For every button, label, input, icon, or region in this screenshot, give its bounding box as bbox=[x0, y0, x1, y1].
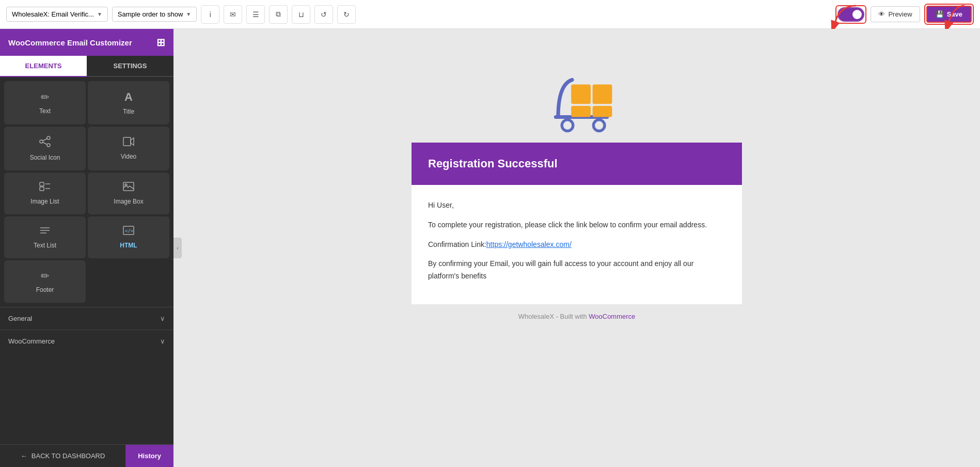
email-body: Hi User, To complete your registration, … bbox=[412, 185, 742, 304]
element-image-box[interactable]: Image Box bbox=[88, 173, 169, 214]
image-box-icon bbox=[123, 182, 134, 194]
element-title-label: Title bbox=[123, 108, 134, 115]
footer-icon: ✏ bbox=[41, 270, 50, 282]
text-icon: ✏ bbox=[41, 91, 50, 103]
back-label: BACK TO DASHBOARD bbox=[31, 452, 105, 460]
email-header: Registration Successful bbox=[412, 143, 742, 185]
text-list-icon bbox=[39, 226, 51, 238]
back-to-dashboard-button[interactable]: ← BACK TO DASHBOARD bbox=[0, 445, 125, 467]
copy-button[interactable]: ⧉ bbox=[269, 5, 288, 24]
element-text-list-label: Text List bbox=[34, 242, 56, 249]
toggle-switch[interactable] bbox=[837, 7, 864, 22]
collapse-handle[interactable]: ‹ bbox=[173, 238, 182, 258]
footer-link[interactable]: WooCommerce bbox=[589, 313, 635, 320]
image-list-icon bbox=[39, 182, 51, 194]
chevron-left-icon: ‹ bbox=[177, 245, 178, 251]
general-section[interactable]: General ∨ bbox=[0, 307, 173, 330]
element-title[interactable]: A Title bbox=[88, 81, 169, 124]
redo-button[interactable]: ↻ bbox=[337, 5, 356, 24]
tab-settings[interactable]: SETTINGS bbox=[87, 56, 173, 76]
canvas-area: ‹ bbox=[173, 29, 980, 467]
element-footer[interactable]: ✏ Footer bbox=[4, 260, 86, 303]
email-button[interactable]: ✉ bbox=[224, 5, 242, 24]
svg-point-20 bbox=[562, 120, 573, 131]
email-greeting: Hi User, bbox=[428, 199, 725, 212]
history-button[interactable]: History bbox=[125, 445, 173, 467]
element-video-label: Video bbox=[121, 153, 136, 160]
info-button[interactable]: i bbox=[201, 5, 219, 24]
confirmation-link[interactable]: https://getwholesalex.com/ bbox=[486, 240, 572, 248]
topbar: WholesaleX: Email Verific... ▼ Sample or… bbox=[0, 0, 980, 29]
chevron-down-icon: ▼ bbox=[97, 11, 102, 17]
html-icon: </> bbox=[123, 226, 134, 238]
copy-icon: ⧉ bbox=[276, 10, 281, 19]
frame-button[interactable]: ⊔ bbox=[292, 5, 310, 24]
arrow-left-icon: ← bbox=[21, 452, 27, 460]
list-icon: ☰ bbox=[252, 10, 259, 19]
app-title: WooCommerce Email Customizer bbox=[8, 38, 132, 47]
email-logo-area bbox=[412, 44, 742, 143]
redo-icon: ↻ bbox=[343, 10, 350, 19]
toggle-border bbox=[835, 5, 866, 24]
email-body2: By confirming your Email, you will gain … bbox=[428, 258, 725, 283]
svg-point-4 bbox=[47, 144, 50, 147]
svg-point-3 bbox=[47, 136, 50, 139]
element-image-list-label: Image List bbox=[30, 198, 59, 205]
history-label: History bbox=[138, 452, 161, 460]
sidebar-header: WooCommerce Email Customizer ⊞ bbox=[0, 29, 173, 56]
chevron-down-icon: ∨ bbox=[160, 337, 165, 345]
info-icon: i bbox=[210, 10, 211, 19]
email-body1: To complete your registration, please cl… bbox=[428, 219, 725, 231]
svg-rect-7 bbox=[123, 137, 131, 146]
element-image-list[interactable]: Image List bbox=[4, 173, 86, 214]
woocommerce-section[interactable]: WooCommerce ∨ bbox=[0, 330, 173, 352]
chevron-down-icon: ∨ bbox=[160, 315, 165, 322]
element-text-list[interactable]: Text List bbox=[4, 216, 86, 258]
email-template-label: WholesaleX: Email Verific... bbox=[12, 10, 94, 18]
element-text[interactable]: ✏ Text bbox=[4, 81, 86, 124]
element-text-label: Text bbox=[39, 107, 51, 115]
element-video[interactable]: Video bbox=[88, 127, 169, 170]
social-icon bbox=[39, 136, 51, 150]
confirmation-label: Confirmation Link: bbox=[428, 240, 486, 248]
element-image-box-label: Image Box bbox=[114, 198, 143, 205]
sidebar-tabs: ELEMENTS SETTINGS bbox=[0, 56, 173, 77]
element-footer-label: Footer bbox=[36, 286, 54, 293]
email-confirmation: Confirmation Link:https://getwholesalex.… bbox=[428, 239, 725, 251]
video-icon bbox=[123, 137, 134, 149]
sidebar-bottom: ← BACK TO DASHBOARD History bbox=[0, 444, 173, 467]
general-label: General bbox=[8, 315, 32, 322]
save-button[interactable]: 💾 Save bbox=[926, 6, 972, 23]
svg-line-5 bbox=[43, 139, 47, 141]
undo-button[interactable]: ↺ bbox=[314, 5, 333, 24]
save-label: Save bbox=[947, 10, 962, 18]
preview-button[interactable]: 👁 Preview bbox=[871, 6, 920, 22]
sidebar: WooCommerce Email Customizer ⊞ ELEMENTS … bbox=[0, 29, 173, 467]
email-icon: ✉ bbox=[230, 10, 236, 19]
woocommerce-label: WooCommerce bbox=[8, 337, 55, 345]
grid-icon: ⊞ bbox=[156, 36, 165, 49]
svg-rect-22 bbox=[571, 85, 591, 104]
svg-point-2 bbox=[40, 140, 43, 143]
svg-line-6 bbox=[43, 143, 47, 145]
tab-elements[interactable]: ELEMENTS bbox=[0, 56, 87, 77]
email-template-dropdown[interactable]: WholesaleX: Email Verific... ▼ bbox=[6, 7, 108, 22]
svg-rect-24 bbox=[571, 106, 591, 117]
email-footer: WholesaleX - Built with WooCommerce bbox=[412, 304, 742, 329]
email-preview: Registration Successful Hi User, To comp… bbox=[412, 44, 742, 329]
list-button[interactable]: ☰ bbox=[246, 5, 265, 24]
elements-grid: ✏ Text A Title Social Icon bbox=[0, 77, 173, 307]
main-layout: WooCommerce Email Customizer ⊞ ELEMENTS … bbox=[0, 29, 980, 467]
element-social-icon[interactable]: Social Icon bbox=[4, 127, 86, 170]
element-html[interactable]: </> HTML bbox=[88, 216, 169, 258]
svg-text:</>: </> bbox=[125, 228, 134, 234]
eye-icon: 👁 bbox=[878, 10, 885, 18]
frame-icon: ⊔ bbox=[298, 10, 304, 19]
element-html-label: HTML bbox=[120, 242, 137, 249]
title-icon: A bbox=[124, 90, 133, 104]
element-social-label: Social Icon bbox=[30, 154, 60, 161]
cart-illustration bbox=[530, 55, 623, 137]
email-heading: Registration Successful bbox=[428, 157, 558, 170]
order-dropdown[interactable]: Sample order to show ▼ bbox=[112, 7, 197, 22]
preview-label: Preview bbox=[888, 10, 912, 18]
